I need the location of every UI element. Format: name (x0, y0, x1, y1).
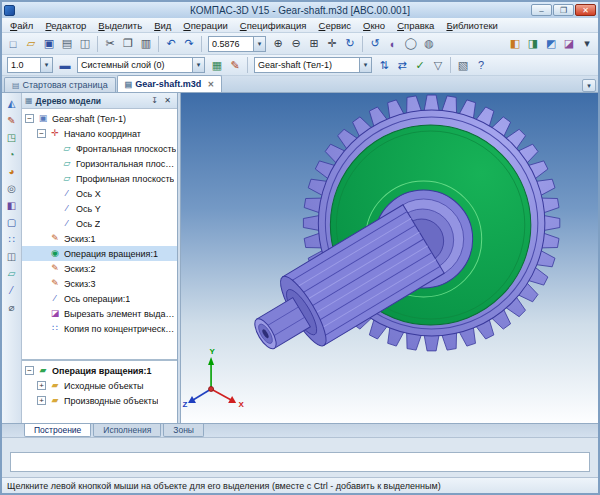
part-dropdown-icon[interactable]: ▾ (359, 58, 371, 72)
extrude-icon[interactable]: ◳ (3, 129, 20, 146)
swap-icon[interactable]: ⇄ (393, 57, 411, 74)
maximize-button[interactable]: ❐ (553, 4, 574, 16)
tree-item[interactable]: −▣Gear-shaft (Тел-1) (22, 111, 177, 126)
lineweight-dropdown-icon[interactable]: ▾ (40, 58, 52, 72)
menu-item-6[interactable]: Спецификация (234, 19, 313, 32)
tree-item[interactable]: ✎Эскиз:2 (22, 261, 177, 276)
tree-item[interactable]: ⁄Ось операции:1 (22, 291, 177, 306)
hidden-lines-icon[interactable]: ◍ (420, 35, 438, 52)
help-icon[interactable]: ? (472, 57, 490, 74)
pan-icon[interactable]: ✛ (323, 35, 341, 52)
viewport-3d[interactable]: Y X Z (181, 93, 598, 423)
tree-item[interactable]: +▰Исходные объекты (22, 378, 177, 393)
front-view-icon[interactable]: ◨ (524, 35, 542, 52)
tab-1[interactable]: ▤Стартовая страница (4, 77, 116, 92)
menu-item-9[interactable]: Справка (391, 19, 440, 32)
filter-icon[interactable]: ▽ (429, 57, 447, 74)
tree-item[interactable]: ▱Профильная плоскость (22, 171, 177, 186)
array-tool-icon[interactable]: ∷ (3, 231, 20, 248)
hole-icon[interactable]: ◎ (3, 180, 20, 197)
copy-icon[interactable]: ❐ (119, 35, 137, 52)
mode-tab-2[interactable]: Исполнения (93, 424, 161, 437)
lineweight-combo[interactable]: 1.0 ▾ (7, 57, 53, 73)
revolve-tool-icon[interactable]: ◔ (3, 146, 20, 163)
wireframe-icon[interactable]: ◯ (402, 35, 420, 52)
zoom-in-icon[interactable]: ⊕ (269, 35, 287, 52)
zoom-dropdown-icon[interactable]: ▾ (253, 37, 265, 51)
zoom-combo[interactable]: 0.5876 ▾ (208, 36, 266, 52)
undo-icon[interactable]: ↶ (162, 35, 180, 52)
refresh-view-icon[interactable]: ↺ (366, 35, 384, 52)
tree-item[interactable]: ✎Эскиз:1 (22, 231, 177, 246)
property-message-area[interactable] (10, 452, 590, 472)
tree-item[interactable]: ⁄Ось X (22, 186, 177, 201)
cut-icon[interactable]: ✂ (101, 35, 119, 52)
menu-item-1[interactable]: Файл (4, 19, 39, 32)
tree-item[interactable]: −✛Начало координат (22, 126, 177, 141)
fillet-icon[interactable]: ◕ (3, 163, 20, 180)
mirror-icon[interactable]: ◫ (3, 248, 20, 265)
isometric-view-icon[interactable]: ◧ (506, 35, 524, 52)
tree-item[interactable]: ✎Эскиз:3 (22, 276, 177, 291)
layers-icon[interactable]: ▦ (208, 57, 226, 74)
rebuild-model-icon[interactable]: ⇅ (375, 57, 393, 74)
part-combo[interactable]: Gear-shaft (Тел-1) ▾ (254, 57, 372, 73)
measure-icon[interactable]: ⌀ (3, 299, 20, 316)
edit-sketch-icon[interactable]: ✎ (226, 57, 244, 74)
open-document-icon[interactable]: ▱ (22, 35, 40, 52)
layer-dropdown-icon[interactable]: ▾ (192, 58, 204, 72)
menu-item-7[interactable]: Сервис (313, 19, 358, 32)
menu-item-10[interactable]: Библиотеки (440, 19, 503, 32)
viewport-canvas[interactable]: Y X Z (181, 93, 598, 423)
tree-item[interactable]: +▰Производные объекты (22, 393, 177, 408)
tree-item[interactable]: −▰Операция вращения:1 (22, 363, 177, 378)
perspective-icon[interactable]: ◪ (560, 35, 578, 52)
expander-icon[interactable]: − (37, 129, 46, 138)
menu-item-3[interactable]: Выделить (92, 19, 148, 32)
redo-icon[interactable]: ↷ (180, 35, 198, 52)
tree-item[interactable]: ◉Операция вращения:1 (22, 246, 177, 261)
new-document-icon[interactable]: □ (4, 35, 22, 52)
tree-item[interactable]: ⁄Ось Y (22, 201, 177, 216)
expander-icon[interactable]: − (25, 114, 34, 123)
mode-tab-3[interactable]: Зоны (163, 424, 204, 437)
check-document-icon[interactable]: ✓ (411, 57, 429, 74)
minimize-button[interactable]: – (531, 4, 552, 16)
print-icon[interactable]: ▤ (58, 35, 76, 52)
menu-item-5[interactable]: Операции (177, 19, 233, 32)
tree-item[interactable]: ▱Горизонтальная плоскость (22, 156, 177, 171)
tree-item[interactable]: ▱Фронтальная плоскость (22, 141, 177, 156)
expander-icon[interactable]: − (25, 366, 34, 375)
menu-item-8[interactable]: Окно (357, 19, 391, 32)
mode-tab-1[interactable]: Построение (24, 424, 91, 437)
view-options-icon[interactable]: ▾ (578, 35, 596, 52)
pin-panel-icon[interactable]: ↧ (148, 94, 161, 107)
paste-icon[interactable]: ▥ (137, 35, 155, 52)
variables-icon[interactable]: ▧ (454, 57, 472, 74)
edit-part-icon[interactable]: ◭ (3, 95, 20, 112)
expander-icon[interactable]: + (37, 396, 46, 405)
expander-icon[interactable]: + (37, 381, 46, 390)
print-preview-icon[interactable]: ◫ (76, 35, 94, 52)
tab-overflow-button[interactable]: ▾ (582, 79, 596, 92)
zoom-window-icon[interactable]: ⊞ (305, 35, 323, 52)
tree-item[interactable]: ◪Вырезать элемент выдавливания:1 (22, 306, 177, 321)
menu-item-4[interactable]: Вид (148, 19, 177, 32)
sketch-tool-icon[interactable]: ✎ (3, 112, 20, 129)
tab-2[interactable]: ▤Gear-shaft.m3d✕ (117, 75, 222, 92)
tree-item[interactable]: ∷Копия по концентрической сетке:1 (22, 321, 177, 336)
tab-close-icon[interactable]: ✕ (207, 80, 214, 89)
rib-icon[interactable]: ◧ (3, 197, 20, 214)
menu-item-2[interactable]: Редактор (39, 19, 92, 32)
rotate-view-icon[interactable]: ↻ (341, 35, 359, 52)
zoom-out-icon[interactable]: ⊖ (287, 35, 305, 52)
shell-icon[interactable]: ▢ (3, 214, 20, 231)
close-button[interactable]: ✕ (575, 4, 596, 16)
axis-tool-icon[interactable]: ⁄ (3, 282, 20, 299)
close-panel-icon[interactable]: ✕ (161, 94, 174, 107)
save-icon[interactable]: ▣ (40, 35, 58, 52)
shaded-view-icon[interactable]: ◩ (542, 35, 560, 52)
layer-combo[interactable]: Системный слой (0) ▾ (77, 57, 205, 73)
plane-tool-icon[interactable]: ▱ (3, 265, 20, 282)
tree-item[interactable]: ⁄Ось Z (22, 216, 177, 231)
